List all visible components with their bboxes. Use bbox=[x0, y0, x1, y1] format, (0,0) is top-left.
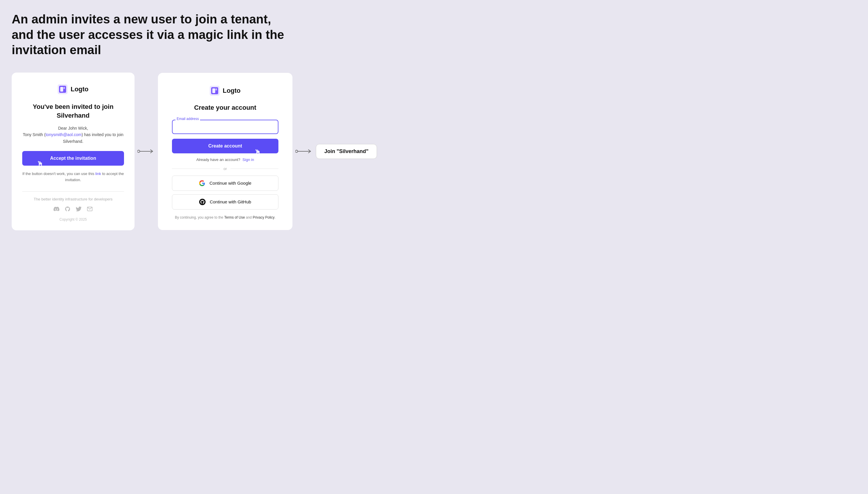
logto-name-email: Logto bbox=[71, 86, 88, 93]
card-divider bbox=[22, 191, 124, 192]
discord-icon bbox=[54, 206, 59, 213]
logto-logo-email: Logto bbox=[58, 84, 88, 94]
cursor-icon-create: 🖱 bbox=[254, 149, 261, 156]
create-account-button[interactable]: Create account 🖱 bbox=[172, 139, 278, 153]
logto-icon-email bbox=[58, 84, 67, 94]
email-field-wrapper: Email address bbox=[172, 120, 278, 134]
svg-rect-9 bbox=[212, 88, 215, 93]
join-badge: Join "Silverhand" bbox=[316, 144, 377, 159]
email-card: Logto You've been invited to join Silver… bbox=[12, 73, 135, 230]
svg-rect-10 bbox=[216, 88, 217, 91]
email-input[interactable] bbox=[172, 120, 278, 134]
svg-rect-3 bbox=[63, 87, 65, 89]
cursor-icon-accept: 🖱 bbox=[37, 160, 43, 168]
fallback-text: If the button doesn't work, you can use … bbox=[22, 171, 124, 183]
github-icon-btn bbox=[199, 199, 205, 205]
email-link[interactable]: tonysmith@aol.com bbox=[46, 132, 82, 137]
fallback-link[interactable]: link bbox=[95, 171, 101, 176]
sign-in-link[interactable]: Sign in bbox=[242, 157, 254, 162]
email-label: Email address bbox=[176, 117, 200, 121]
twitter-icon-footer bbox=[76, 206, 82, 213]
svg-rect-2 bbox=[60, 87, 63, 92]
arrow-icon-2 bbox=[295, 148, 313, 155]
terms-text: By continuing, you agree to the Terms of… bbox=[175, 215, 276, 220]
arrow-connector-1 bbox=[135, 148, 158, 155]
accept-invitation-button[interactable]: Accept the invitation 🖱 bbox=[22, 151, 124, 166]
svg-point-11 bbox=[295, 150, 298, 152]
cards-row: Logto You've been invited to join Silver… bbox=[12, 73, 856, 230]
logto-logo-register: Logto bbox=[210, 86, 240, 96]
svg-point-5 bbox=[137, 150, 140, 152]
invite-body: Dear John Wick, Tony Smith (tonysmith@ao… bbox=[22, 125, 124, 145]
footer-tagline: The better identity infrastructure for d… bbox=[34, 197, 113, 201]
email-icon-footer bbox=[87, 206, 93, 213]
register-card: Logto Create your account Email address … bbox=[158, 73, 293, 230]
social-icons-footer bbox=[54, 206, 93, 213]
terms-link[interactable]: Terms of Use bbox=[224, 215, 245, 220]
page-title: An admin invites a new user to join a te… bbox=[12, 12, 333, 58]
create-title: Create your account bbox=[194, 104, 256, 112]
logto-name-register: Logto bbox=[222, 87, 240, 95]
logto-icon-register bbox=[210, 86, 220, 96]
copyright-text: Copyright © 2025 bbox=[59, 217, 87, 222]
arrow-icon-1 bbox=[137, 148, 155, 155]
signin-row: Already have an account? Sign in bbox=[196, 157, 254, 162]
arrow-connector-2 bbox=[293, 148, 316, 155]
or-divider: or bbox=[172, 167, 278, 171]
google-icon bbox=[199, 180, 205, 186]
privacy-link[interactable]: Privacy Policy bbox=[253, 215, 275, 220]
github-button[interactable]: Continue with GitHub bbox=[172, 194, 278, 210]
github-icon-footer bbox=[65, 206, 71, 213]
google-button[interactable]: Continue with Google bbox=[172, 176, 278, 191]
invite-title: You've been invited to join Silverhand bbox=[22, 102, 124, 120]
or-text: or bbox=[223, 167, 227, 171]
